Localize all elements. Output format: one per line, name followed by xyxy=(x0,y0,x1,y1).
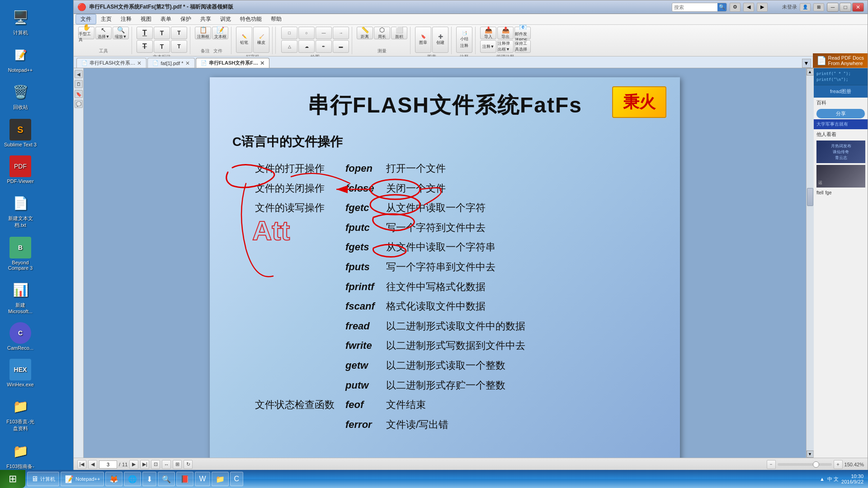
taskbar-item-camrec[interactable]: C xyxy=(230,472,244,486)
desktop-icon-beyond[interactable]: B Beyond Compare 3 xyxy=(2,235,38,272)
select-button[interactable]: ↖ 选择▼ xyxy=(95,27,112,39)
view-mode-button[interactable]: ⊞ xyxy=(173,460,182,469)
user-icon-button[interactable]: 👤 xyxy=(800,3,811,11)
pen-button[interactable]: ✒ xyxy=(316,40,332,53)
text-t4-button[interactable]: T xyxy=(137,40,153,53)
left-btn-annot[interactable]: 💬 xyxy=(75,100,83,108)
fit-page-button[interactable]: ⊡ xyxy=(151,460,160,469)
menu-item-protect[interactable]: 保护 xyxy=(176,14,196,24)
rect-button[interactable]: □ xyxy=(281,27,297,39)
menu-item-view[interactable]: 视图 xyxy=(136,14,156,24)
text-t2-button[interactable]: T xyxy=(154,27,170,39)
taskbar-item-notepad[interactable]: 📝Notepad++ xyxy=(61,472,104,486)
menu-item-special[interactable]: 特色功能 xyxy=(236,14,266,24)
ad-section[interactable]: 大学军事古就有 xyxy=(814,119,868,129)
prev-page-button[interactable]: ◀ xyxy=(88,460,97,469)
scroll-thumb[interactable] xyxy=(807,188,813,206)
menu-item-form[interactable]: 表单 xyxy=(156,14,176,24)
rotate-button[interactable]: ↻ xyxy=(184,460,193,469)
text-t1-button[interactable]: T xyxy=(137,27,153,39)
circle-button[interactable]: ○ xyxy=(298,27,315,39)
fread-link[interactable]: fread图册 xyxy=(814,85,868,98)
ftell-link[interactable]: ftell xyxy=(816,190,824,195)
first-page-button[interactable]: |◀ xyxy=(77,460,86,469)
pdf-viewer[interactable]: 秉火 串行FLASH文件系统FatFs C语言中的文件操作 文件的打开操作 fo… xyxy=(84,68,806,458)
taskbar-item-foxit[interactable]: 📕 xyxy=(176,472,193,486)
hand-tool-button[interactable]: ✋ 手型工具 xyxy=(78,27,94,39)
create-stamp-button[interactable]: ➕ 创建 xyxy=(432,27,448,53)
close-button[interactable]: ✕ xyxy=(852,3,864,12)
arrow-button[interactable]: → xyxy=(333,27,349,39)
highlight-button[interactable]: ▬ xyxy=(333,40,349,53)
search-input[interactable] xyxy=(672,5,717,10)
pencil-button[interactable]: ✏️ 铅笔 xyxy=(236,27,252,53)
menu-item-home[interactable]: 主页 xyxy=(96,14,116,24)
left-btn-bookmark[interactable]: 🔖 xyxy=(75,90,83,98)
annotation-popup-button[interactable]: 注释弹出框▼ xyxy=(497,40,514,53)
taskbar-item-search[interactable]: 🔍 xyxy=(158,472,175,486)
settings-button[interactable]: ⚙ xyxy=(730,3,741,12)
desktop-icon-excel[interactable]: 📊 新建 Microsoft... xyxy=(2,277,38,316)
text-t6-button[interactable]: T xyxy=(171,40,187,53)
zoom-in-button[interactable]: ＋ xyxy=(834,460,843,469)
taskbar-item-wps[interactable]: W xyxy=(195,472,210,486)
taskbar-item-computer[interactable]: 🖥计算机 xyxy=(27,472,59,486)
login-status[interactable]: 未登录 xyxy=(782,4,797,10)
next-page-button[interactable]: ▶ xyxy=(129,460,138,469)
read-pdf-banner[interactable]: 📄 Read PDF DocsFrom Anywhere xyxy=(813,53,868,68)
text-box-button[interactable]: 📝 文本框 xyxy=(212,27,228,39)
tab-close-2[interactable]: ✕ xyxy=(260,60,264,66)
line-button[interactable]: — xyxy=(316,27,332,39)
left-btn-page[interactable]: 🗒 xyxy=(75,80,83,88)
last-page-button[interactable]: ▶| xyxy=(140,460,149,469)
tab-close-1[interactable]: ✕ xyxy=(185,60,190,66)
minimize-button[interactable]: ─ xyxy=(827,3,839,12)
fit-width-button[interactable]: ↔ xyxy=(162,460,171,469)
zoom-thumb[interactable] xyxy=(813,461,819,468)
desktop-icon-pdf[interactable]: PDF PDF-Viewer xyxy=(2,154,38,186)
search-submit-button[interactable]: 🔍 xyxy=(717,3,726,12)
text-t5-button[interactable]: T xyxy=(154,40,170,53)
keep-tool-button[interactable]: 保持工具选择 xyxy=(514,40,531,53)
menu-item-help[interactable]: 帮助 xyxy=(266,14,286,24)
taskbar-item-chrome[interactable]: 🌐 xyxy=(124,472,141,486)
export-button[interactable]: 📤 导出 xyxy=(497,27,514,39)
eraser-button[interactable]: 🧹 橡皮 xyxy=(253,27,269,53)
scroll-up-button[interactable]: ▲ xyxy=(807,68,814,75)
scroll-down-button[interactable]: ▼ xyxy=(807,450,814,458)
tab-dropdown-button[interactable]: ▼ xyxy=(802,59,811,68)
arrow-right-button[interactable]: ▶ xyxy=(757,3,768,12)
fge-link[interactable]: fge xyxy=(826,190,832,195)
grid-button[interactable]: ⊞ xyxy=(813,3,824,11)
tab-close-0[interactable]: ✕ xyxy=(137,60,142,66)
zoom-button[interactable]: 🔍 缩放▼ xyxy=(113,27,129,39)
desktop-icon-sublime[interactable]: S Sublime Text 3 xyxy=(2,117,38,149)
search-box[interactable]: 🔍 xyxy=(672,3,727,12)
left-btn-collapse[interactable]: ◀ xyxy=(75,70,83,78)
menu-item-train[interactable]: 训览 xyxy=(216,14,236,24)
zoom-slider[interactable] xyxy=(778,463,832,466)
scroll-track[interactable] xyxy=(807,75,814,450)
summary-note-button[interactable]: 📑 小结 注释 xyxy=(456,27,472,53)
share-button[interactable]: 分享 xyxy=(816,109,865,118)
taskbar-item-ff[interactable]: 🦊 xyxy=(105,472,123,486)
cloud-button[interactable]: ☁ xyxy=(298,40,315,53)
start-button[interactable]: ⊞ xyxy=(0,470,25,488)
desktop-icon-f103[interactable]: 📁 F103香直-光盘资料 xyxy=(2,394,38,434)
promo-image-1[interactable]: 月热词发布诛仙传奇青云志 xyxy=(816,141,865,163)
text-t3-button[interactable]: T xyxy=(171,27,187,39)
note-box-button[interactable]: 📋 注释框 xyxy=(195,27,211,39)
taskbar-item-download[interactable]: ⬇ xyxy=(142,472,156,486)
page-input[interactable] xyxy=(99,460,117,469)
zoom-out-button[interactable]: － xyxy=(767,460,776,469)
menu-item-comment[interactable]: 注释 xyxy=(116,14,136,24)
tab-1[interactable]: 📄 fat[1].pdf * ✕ xyxy=(147,58,194,68)
desktop-icon-winhex[interactable]: HEX WinHex.exe xyxy=(2,357,38,389)
stamp-button[interactable]: 🔖 图章 xyxy=(415,27,431,53)
area-button[interactable]: ⬜ 面积 xyxy=(391,27,407,39)
taskbar-item-explorer[interactable]: 📁 xyxy=(212,472,229,486)
desktop-icon-computer[interactable]: 🖥️ 计算机 xyxy=(2,5,38,38)
distance-button[interactable]: 📏 距离 xyxy=(357,27,373,39)
polygon-button[interactable]: △ xyxy=(281,40,297,53)
email-pdf-button[interactable]: 📧 邮件发送PDF xyxy=(514,27,531,39)
